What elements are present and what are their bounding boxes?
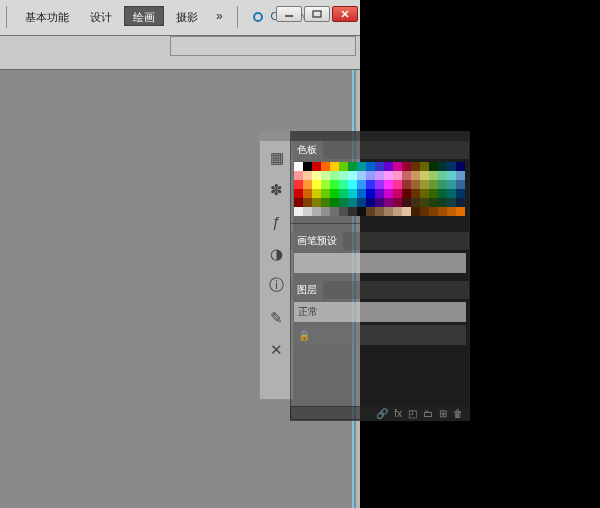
swatch-cell[interactable] [456, 207, 465, 216]
swatch-cell[interactable] [366, 198, 375, 207]
swatch-cell[interactable] [312, 189, 321, 198]
swatch-cell[interactable] [348, 180, 357, 189]
swatch-cell[interactable] [393, 198, 402, 207]
swatch-cell[interactable] [294, 162, 303, 171]
swatch-cell[interactable] [384, 198, 393, 207]
swatch-cell[interactable] [321, 189, 330, 198]
swatch-cell[interactable] [321, 180, 330, 189]
swatch-cell[interactable] [456, 162, 465, 171]
swatch-cell[interactable] [312, 171, 321, 180]
swatch-cell[interactable] [312, 198, 321, 207]
swatch-cell[interactable] [429, 171, 438, 180]
swatch-cell[interactable] [384, 207, 393, 216]
swatch-cell[interactable] [312, 180, 321, 189]
swatch-cell[interactable] [357, 189, 366, 198]
workspace-tab-basic[interactable]: 基本功能 [16, 6, 78, 26]
swatch-cell[interactable] [447, 207, 456, 216]
adjustments-icon[interactable]: ◑ [261, 238, 292, 269]
swatch-cell[interactable] [411, 189, 420, 198]
swatch-cell[interactable] [447, 198, 456, 207]
swatch-cell[interactable] [321, 207, 330, 216]
swatch-cell[interactable] [438, 162, 447, 171]
swatch-cell[interactable] [375, 171, 384, 180]
swatch-cell[interactable] [348, 162, 357, 171]
brush-icon[interactable]: ✽ [261, 174, 292, 205]
swatch-cell[interactable] [456, 180, 465, 189]
swatch-cell[interactable] [420, 207, 429, 216]
swatch-cell[interactable] [321, 171, 330, 180]
new-folder-icon[interactable]: 🗀 [423, 408, 433, 419]
swatch-cell[interactable] [402, 180, 411, 189]
swatch-cell[interactable] [429, 207, 438, 216]
swatch-cell[interactable] [366, 171, 375, 180]
swatch-cell[interactable] [438, 198, 447, 207]
swatch-cell[interactable] [357, 207, 366, 216]
swatch-cell[interactable] [303, 198, 312, 207]
workspace-tab-photo[interactable]: 摄影 [167, 6, 207, 26]
swatch-cell[interactable] [339, 171, 348, 180]
swatch-cell[interactable] [384, 180, 393, 189]
swatch-cell[interactable] [375, 162, 384, 171]
swatch-cell[interactable] [429, 189, 438, 198]
swatch-cell[interactable] [303, 162, 312, 171]
swatch-cell[interactable] [357, 162, 366, 171]
swatch-cell[interactable] [393, 171, 402, 180]
swatch-cell[interactable] [411, 198, 420, 207]
swatch-cell[interactable] [429, 180, 438, 189]
brush-preset-icon[interactable]: ƒ [261, 206, 292, 237]
swatch-cell[interactable] [411, 171, 420, 180]
swatch-cell[interactable] [402, 162, 411, 171]
swatch-cell[interactable] [438, 207, 447, 216]
info-icon[interactable]: ⓘ [261, 270, 292, 301]
new-layer-icon[interactable]: ⊞ [439, 408, 447, 419]
swatch-cell[interactable] [357, 171, 366, 180]
swatch-cell[interactable] [366, 162, 375, 171]
swatch-cell[interactable] [357, 198, 366, 207]
swatch-cell[interactable] [447, 180, 456, 189]
swatch-cell[interactable] [402, 198, 411, 207]
swatches-grid[interactable] [291, 159, 469, 219]
swatch-cell[interactable] [330, 207, 339, 216]
swatch-cell[interactable] [366, 180, 375, 189]
mask-icon[interactable]: ◰ [408, 408, 417, 419]
swatch-cell[interactable] [339, 198, 348, 207]
workspace-tab-paint[interactable]: 绘画 [124, 6, 164, 26]
swatch-cell[interactable] [420, 198, 429, 207]
swatch-cell[interactable] [294, 198, 303, 207]
swatch-cell[interactable] [420, 189, 429, 198]
swatch-cell[interactable] [429, 162, 438, 171]
swatch-cell[interactable] [420, 162, 429, 171]
swatch-cell[interactable] [447, 171, 456, 180]
workspace-more-icon[interactable]: » [210, 6, 228, 26]
tab-swatches[interactable]: 色板 [291, 141, 323, 159]
swatch-cell[interactable] [348, 171, 357, 180]
swatch-cell[interactable] [330, 171, 339, 180]
swatch-cell[interactable] [384, 189, 393, 198]
swatch-cell[interactable] [393, 180, 402, 189]
swatch-cell[interactable] [438, 171, 447, 180]
blend-mode-select[interactable]: 正常 [294, 302, 466, 322]
swatch-cell[interactable] [303, 207, 312, 216]
close-button[interactable] [332, 6, 358, 22]
tab-layers[interactable]: 图层 [291, 281, 323, 299]
swatch-cell[interactable] [330, 198, 339, 207]
swatch-cell[interactable] [411, 207, 420, 216]
swatch-cell[interactable] [375, 207, 384, 216]
tab-channels[interactable] [324, 281, 336, 299]
swatch-cell[interactable] [456, 171, 465, 180]
tab-paths[interactable] [337, 281, 349, 299]
swatch-cell[interactable] [330, 180, 339, 189]
maximize-button[interactable] [304, 6, 330, 22]
swatch-cell[interactable] [393, 207, 402, 216]
swatch-cell[interactable] [303, 180, 312, 189]
swatch-cell[interactable] [420, 171, 429, 180]
vertical-dock-strip[interactable]: ▦ ✽ ƒ ◑ ⓘ ✎ ✕ [259, 131, 294, 400]
swatch-cell[interactable] [366, 189, 375, 198]
layer-lock-row[interactable]: 🔒 [294, 325, 466, 345]
swatch-cell[interactable] [330, 162, 339, 171]
trash-icon[interactable]: 🗑 [453, 408, 463, 419]
document-tab[interactable] [170, 36, 356, 56]
tab-secondary[interactable] [324, 141, 336, 159]
swatch-cell[interactable] [438, 189, 447, 198]
swatch-cell[interactable] [321, 162, 330, 171]
